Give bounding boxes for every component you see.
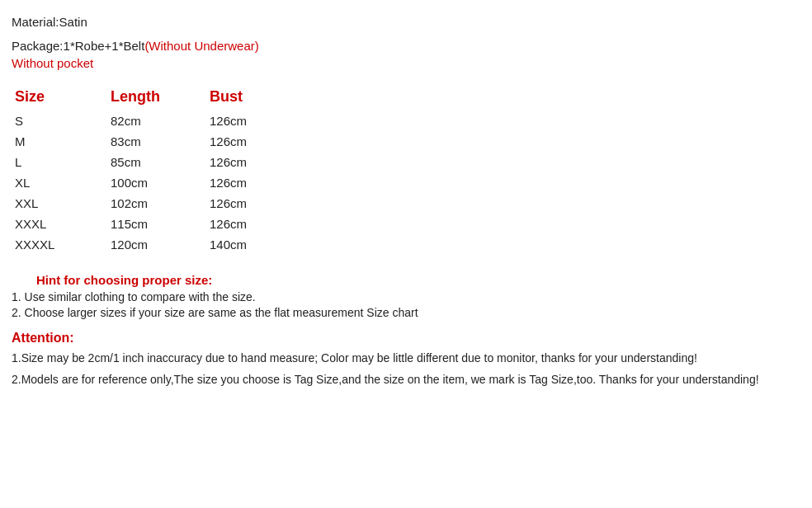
table-row: XXXL115cm126cm: [12, 214, 296, 234]
table-cell: 126cm: [210, 131, 296, 152]
table-header-row: Size Length Bust: [12, 85, 296, 111]
table-cell: L: [12, 152, 111, 172]
col-header-bust: Bust: [210, 85, 296, 111]
hint-title: Hint for choosing proper size:: [12, 273, 797, 287]
attention-item-2: 2.Models are for reference only,The size…: [12, 371, 797, 388]
table-cell: 102cm: [111, 193, 210, 214]
col-header-length: Length: [111, 85, 210, 111]
hint-item-2: 2. Choose larger sizes if your size are …: [12, 306, 797, 319]
table-cell: 126cm: [210, 152, 296, 172]
package-normal: 1*Robe+1*Belt: [64, 39, 145, 53]
table-cell: M: [12, 131, 111, 152]
table-row: M83cm126cm: [12, 131, 296, 152]
table-row: XL100cm126cm: [12, 172, 296, 193]
table-cell: 85cm: [111, 152, 210, 172]
table-cell: 83cm: [111, 131, 210, 152]
table-cell: XXXL: [12, 214, 111, 234]
package-label: Package:: [12, 39, 64, 53]
table-cell: 115cm: [111, 214, 210, 234]
table-row: S82cm126cm: [12, 111, 296, 131]
table-cell: XXXXL: [12, 234, 111, 255]
table-cell: 140cm: [210, 234, 296, 255]
attention-item-1: 1.Size may be 2cm/1 inch inaccuracy due …: [12, 350, 797, 367]
table-cell: 100cm: [111, 172, 210, 193]
size-table: Size Length Bust S82cm126cmM83cm126cmL85…: [12, 85, 296, 255]
material-value: Satin: [59, 15, 87, 29]
table-cell: 120cm: [111, 234, 210, 255]
table-cell: XL: [12, 172, 111, 193]
table-cell: 82cm: [111, 111, 210, 131]
table-cell: S: [12, 111, 111, 131]
table-cell: XXL: [12, 193, 111, 214]
hint-item-1: 1. Use similar clothing to compare with …: [12, 290, 797, 303]
hint-section: Hint for choosing proper size: 1. Use si…: [12, 273, 797, 319]
col-header-size: Size: [12, 85, 111, 111]
table-cell: 126cm: [210, 193, 296, 214]
without-pocket-line: Without pocket: [12, 56, 797, 70]
table-cell: 126cm: [210, 111, 296, 131]
table-row: XXXXL120cm140cm: [12, 234, 296, 255]
table-cell: 126cm: [210, 214, 296, 234]
package-line: Package:1*Robe+1*Belt(Without Underwear): [12, 39, 797, 53]
table-row: L85cm126cm: [12, 152, 296, 172]
material-label: Material:: [12, 15, 59, 29]
attention-title: Attention:: [12, 331, 797, 346]
material-line: Material:Satin: [12, 15, 797, 29]
table-cell: 126cm: [210, 172, 296, 193]
package-red: (Without Underwear): [144, 39, 258, 53]
table-row: XXL102cm126cm: [12, 193, 296, 214]
attention-section: Attention: 1.Size may be 2cm/1 inch inac…: [12, 331, 797, 388]
